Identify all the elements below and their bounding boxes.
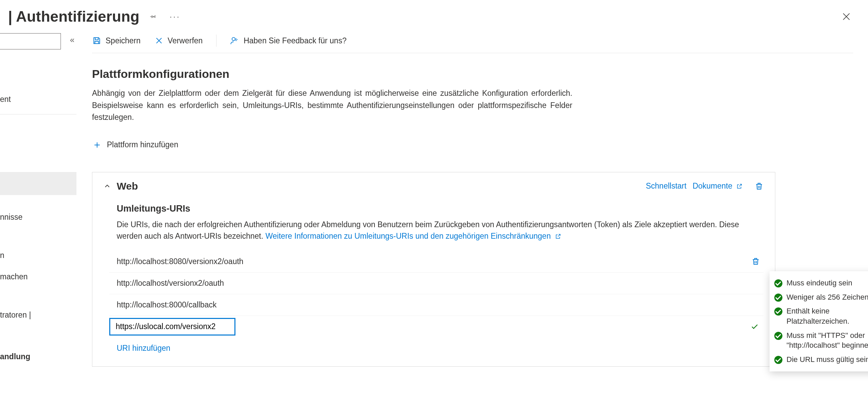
command-separator <box>216 35 216 47</box>
documents-label: Dokumente <box>692 181 732 191</box>
close-icon <box>842 12 851 21</box>
pin-button[interactable] <box>145 9 161 24</box>
redirect-uri-value: http://localhost:8000/callback <box>117 300 216 309</box>
save-icon <box>92 36 101 45</box>
sidebar-item[interactable]: nnisse <box>0 209 76 226</box>
trash-icon <box>755 182 763 191</box>
redirect-uri-row[interactable]: http://localhost/versionx2/oauth <box>109 273 763 294</box>
web-platform-card: Web Schnellstart Dokumente Umleitungs-UR… <box>92 172 775 367</box>
validation-text: Enthält keine Platzhalterzeichen. <box>786 306 868 326</box>
validation-rule: Muss eindeutig sein <box>774 276 868 290</box>
sidebar-collapse-button[interactable]: « <box>70 35 74 45</box>
sidebar-section-header: andlung <box>0 348 76 365</box>
redirect-uri-value: http://localhost:8080/versionx2/oauth <box>117 257 244 266</box>
chevron-left-double-icon: « <box>70 35 74 44</box>
sidebar-item-selected[interactable] <box>0 172 76 195</box>
redirect-uri-list: http://localhost:8080/versionx2/oauth ht… <box>109 251 763 336</box>
discard-icon <box>155 36 163 45</box>
add-platform-button[interactable]: ＋ Plattform hinzufügen <box>92 138 853 152</box>
page-header: | Authentifizierung ··· <box>0 0 868 31</box>
validation-text: Muss mit "HTTPS" oder "http://localhost"… <box>786 330 868 350</box>
feedback-label: Haben Sie Feedback für uns? <box>244 36 346 45</box>
delete-platform-button[interactable] <box>755 182 763 191</box>
check-circle-icon <box>774 294 782 302</box>
sidebar-divider <box>0 114 76 114</box>
platforms-heading: Plattformkonfigurationen <box>92 67 853 81</box>
redirect-uri-row[interactable]: http://localhost:8080/versionx2/oauth <box>109 251 763 273</box>
command-bar: Speichern Verwerfen Haben S <box>92 31 853 53</box>
delete-uri-button[interactable] <box>751 257 760 266</box>
page-title: | Authentifizierung <box>8 8 139 25</box>
validation-text: Weniger als 256 Zeichen lang <box>786 292 868 302</box>
check-circle-icon <box>774 279 782 287</box>
redirect-uri-input-row: Muss eindeutig sein Weniger als 256 Zeic… <box>109 318 763 336</box>
check-circle-icon <box>774 356 782 364</box>
validation-text: Muss eindeutig sein <box>786 278 852 288</box>
redirect-uri-row[interactable]: http://localhost:8000/callback <box>109 294 763 316</box>
redirect-link-label: Weitere Informationen zu Umleitungs-URIs… <box>266 232 551 240</box>
more-icon: ··· <box>169 12 180 21</box>
external-link-icon <box>736 183 743 189</box>
quickstart-link[interactable]: Schnellstart <box>646 181 686 191</box>
platforms-description: Abhängig von der Zielplattform oder dem … <box>92 87 572 124</box>
redirect-more-info-link[interactable]: Weitere Informationen zu Umleitungs-URIs… <box>266 232 561 240</box>
web-card-title: Web <box>117 180 138 192</box>
web-card-header: Web Schnellstart Dokumente <box>104 180 763 192</box>
external-link-icon <box>555 233 561 239</box>
add-platform-label: Plattform hinzufügen <box>107 140 178 149</box>
save-label: Speichern <box>106 36 141 45</box>
redirect-uris-description: Die URIs, die nach der erfolgreichen Aut… <box>117 219 763 242</box>
sidebar-search-input[interactable] <box>0 33 61 49</box>
validation-rule: Weniger als 256 Zeichen lang <box>774 290 868 304</box>
title-text: Authentifizierung <box>16 8 139 25</box>
redirect-uris-heading: Umleitungs-URIs <box>117 203 763 214</box>
input-valid-indicator <box>751 323 759 331</box>
redirect-uri-value: http://localhost/versionx2/oauth <box>117 279 224 288</box>
validation-text: Die URL muss gültig sein. <box>786 354 868 365</box>
sidebar-item[interactable]: tratoren | <box>0 306 76 324</box>
feedback-button[interactable]: Haben Sie Feedback für uns? <box>230 36 346 45</box>
discard-label: Verwerfen <box>168 36 203 45</box>
pin-icon <box>149 13 157 21</box>
validation-rule: Die URL muss gültig sein. <box>774 352 868 367</box>
check-icon <box>751 323 759 331</box>
validation-rule: Muss mit "HTTPS" oder "http://localhost"… <box>774 328 868 352</box>
validation-rule: Enthält keine Platzhalterzeichen. <box>774 304 868 328</box>
discard-button[interactable]: Verwerfen <box>154 36 203 45</box>
main-content: Speichern Verwerfen Haben S <box>76 31 868 408</box>
redirect-uri-input[interactable] <box>109 318 235 336</box>
check-circle-icon <box>774 307 782 316</box>
save-button[interactable]: Speichern <box>92 36 141 45</box>
add-uri-button[interactable]: URI hinzufügen <box>117 344 763 353</box>
title-pipe: | <box>8 8 13 25</box>
svg-point-0 <box>232 38 235 41</box>
collapse-toggle[interactable] <box>104 183 111 190</box>
close-button[interactable] <box>838 8 854 25</box>
sidebar: « ent nnisse n machen tratoren | andlung <box>0 31 76 408</box>
sidebar-item[interactable]: n <box>0 247 76 264</box>
plus-icon: ＋ <box>92 138 102 152</box>
trash-icon <box>751 257 760 266</box>
check-circle-icon <box>774 332 782 340</box>
more-button[interactable]: ··· <box>167 9 183 24</box>
feedback-icon <box>230 36 239 45</box>
documents-link[interactable]: Dokumente <box>692 181 743 191</box>
sidebar-item[interactable]: ent <box>0 91 76 108</box>
sidebar-item[interactable]: machen <box>0 268 76 285</box>
chevron-up-icon <box>104 183 111 190</box>
validation-tooltip: Muss eindeutig sein Weniger als 256 Zeic… <box>770 271 868 371</box>
